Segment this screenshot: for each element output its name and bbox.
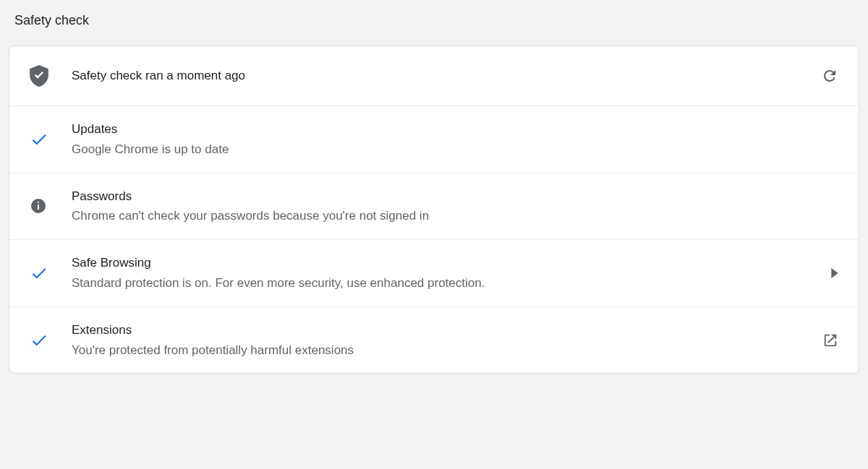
refresh-icon[interactable] <box>821 67 838 85</box>
open-in-new-icon[interactable] <box>822 332 838 348</box>
safe-browsing-row[interactable]: Safe Browsing Standard protection is on.… <box>9 240 859 307</box>
extensions-subtitle: You're protected from potentially harmfu… <box>72 342 809 359</box>
extensions-title: Extensions <box>72 322 809 339</box>
info-icon <box>30 197 53 215</box>
updates-title: Updates <box>72 121 809 138</box>
safety-check-status: Safety check ran a moment ago <box>72 67 809 85</box>
passwords-subtitle: Chrome can't check your passwords becaus… <box>72 207 809 225</box>
safe-browsing-subtitle: Standard protection is on. For even more… <box>72 275 809 292</box>
safety-check-card: Safety check ran a moment ago Updates Go… <box>9 46 859 374</box>
passwords-title: Passwords <box>72 188 809 205</box>
svg-rect-1 <box>38 205 39 210</box>
svg-rect-2 <box>38 202 39 203</box>
shield-check-icon <box>30 65 53 87</box>
check-icon <box>30 331 53 350</box>
updates-subtitle: Google Chrome is up to date <box>72 141 809 158</box>
section-title: Safety check <box>9 13 859 28</box>
chevron-right-icon <box>831 268 838 278</box>
safe-browsing-title: Safe Browsing <box>72 254 809 272</box>
check-icon <box>30 130 53 149</box>
extensions-row[interactable]: Extensions You're protected from potenti… <box>9 307 859 374</box>
passwords-row: Passwords Chrome can't check your passwo… <box>9 173 859 241</box>
check-icon <box>30 264 53 283</box>
updates-row: Updates Google Chrome is up to date <box>9 106 859 173</box>
safety-check-header-row: Safety check ran a moment ago <box>9 46 859 106</box>
